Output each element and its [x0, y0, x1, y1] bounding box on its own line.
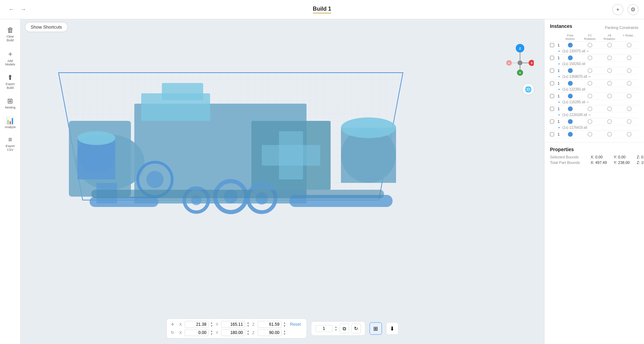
instance-checkbox-1368070[interactable] — [550, 81, 554, 85]
instance-checkbox-158250[interactable] — [550, 69, 554, 73]
instance-checkbox-1176419[interactable] — [550, 132, 554, 136]
settings-button[interactable]: ⚙ — [627, 4, 638, 15]
z-rotation-spinner[interactable]: ▲▼ — [283, 330, 286, 336]
radio-option-2[interactable] — [607, 119, 612, 124]
z-position-input[interactable] — [258, 321, 282, 328]
instance-sub-1505026: 🔹(1x) 130075.stl✏ — [550, 49, 638, 54]
sidebar-item-add-models[interactable]: ＋ Add Models — [1, 46, 19, 70]
svg-text:X: X — [508, 62, 510, 65]
back-button[interactable]: ← — [6, 4, 17, 14]
add-button[interactable]: + — [612, 4, 623, 15]
radio-option-1[interactable] — [588, 119, 592, 124]
globe-button[interactable]: 🌐 — [522, 83, 534, 95]
count-input[interactable] — [315, 325, 333, 332]
packing-col-headers: FreeMotion XYRotation AllRotation + Rota… — [550, 33, 638, 42]
instance-sub-text: (1x) 130075.stl — [562, 49, 585, 53]
y-position-spinner[interactable]: ▲▼ — [247, 321, 249, 327]
radio-option-2[interactable] — [607, 132, 612, 137]
sidebar-label-clear-build: Clear Build — [3, 35, 18, 42]
total-bounds-label: Total Part Bounds — [550, 160, 588, 165]
radio-option-3[interactable] — [627, 106, 632, 111]
radio-option-0[interactable] — [568, 132, 573, 137]
copy-button[interactable]: ⧉ — [340, 324, 349, 333]
radio-option-1[interactable] — [588, 68, 592, 73]
sidebar-item-clear-build[interactable]: 🗑 Clear Build — [1, 23, 19, 45]
radio-option-3[interactable] — [627, 81, 632, 86]
instance-row: 1368070.stl_0 — [550, 80, 638, 87]
z-position-label: Z — [252, 322, 256, 326]
radio-option-0[interactable] — [568, 55, 573, 60]
radio-option-2[interactable] — [607, 81, 612, 86]
count-spinner[interactable]: ▲▼ — [335, 325, 337, 332]
instance-checkbox-116295[interactable] — [550, 107, 554, 111]
radio-option-2[interactable] — [607, 43, 612, 48]
instance-name-116295: 116295.stl_0 — [558, 107, 560, 111]
svg-rect-9 — [162, 83, 203, 100]
svg-text:Y: Y — [519, 71, 521, 75]
radio-option-1[interactable] — [588, 43, 592, 48]
radio-option-2[interactable] — [607, 68, 612, 73]
reset-button[interactable]: Reset — [289, 321, 302, 327]
instances-section: Instances Packing Constraints FreeMotion… — [544, 19, 644, 143]
grid-view-button[interactable]: ⊞ — [370, 322, 382, 335]
header: ← → Build 1 + ⚙ — [0, 0, 644, 19]
radio-option-1[interactable] — [588, 106, 592, 111]
radio-option-1[interactable] — [588, 132, 592, 137]
radio-option-1[interactable] — [588, 94, 592, 98]
instance-row: 1505026.stl_0 — [550, 42, 638, 49]
instance-checkbox-130075[interactable] — [550, 56, 554, 60]
instance-checkbox-1505026[interactable] — [550, 43, 554, 47]
sidebar-label-analyze: Analyze — [4, 125, 15, 129]
y-rotation-spinner[interactable]: ▲▼ — [247, 330, 249, 336]
sidebar-item-export-build[interactable]: ⬆ Export Build — [1, 71, 19, 93]
radio-option-1[interactable] — [588, 81, 592, 86]
instance-name-158250: 158250.stl_0 — [558, 69, 560, 73]
radio-option-2[interactable] — [607, 55, 612, 60]
sidebar-item-nesting[interactable]: ⊞ Nesting — [1, 94, 19, 112]
radio-option-3[interactable] — [627, 132, 632, 137]
radio-option-2[interactable] — [607, 106, 612, 111]
instance-sub-text: (1x) 158250.stl — [562, 62, 585, 66]
y-rotation-label: Y — [216, 331, 220, 335]
edit-icon[interactable]: ✏ — [589, 75, 591, 79]
z-rotation-input[interactable] — [258, 329, 282, 336]
radio-option-0[interactable] — [568, 119, 573, 124]
radio-option-3[interactable] — [627, 94, 632, 98]
radio-option-3[interactable] — [627, 119, 632, 124]
viewport-3d[interactable]: Z X X Y — [21, 35, 544, 316]
sidebar-item-export-csv[interactable]: ≡ Export CSV — [1, 133, 19, 155]
selected-bounds-y: Y: 0.00 — [614, 155, 633, 159]
edit-icon[interactable]: ✏ — [586, 50, 589, 53]
radio-option-3[interactable] — [627, 68, 632, 73]
sidebar-label-nesting: Nesting — [5, 106, 15, 110]
radio-option-1[interactable] — [588, 55, 592, 60]
edit-icon[interactable]: ✏ — [586, 101, 589, 104]
x-rotation-input[interactable] — [185, 329, 209, 336]
download-view-button[interactable]: ⬇ — [386, 322, 398, 335]
y-rotation-input[interactable] — [221, 329, 245, 336]
plus-icon: ＋ — [7, 49, 14, 59]
radio-option-0[interactable] — [568, 43, 573, 48]
distribute-button[interactable]: ↻ — [351, 324, 361, 333]
forward-button[interactable]: → — [17, 4, 29, 14]
x-rotation-spinner[interactable]: ▲▼ — [210, 330, 213, 336]
x-position-spinner[interactable]: ▲▼ — [210, 321, 213, 327]
radio-option-0[interactable] — [568, 94, 573, 98]
edit-icon[interactable]: ✏ — [589, 113, 591, 117]
radio-option-3[interactable] — [627, 55, 632, 60]
instance-checkbox-122350[interactable] — [550, 94, 554, 98]
radio-option-0[interactable] — [568, 68, 573, 73]
x-rotation-field: X ▲▼ — [179, 329, 213, 336]
radio-option-0[interactable] — [568, 81, 573, 86]
count-group: ▲▼ ⧉ ↻ — [311, 321, 365, 336]
radio-option-3[interactable] — [627, 43, 632, 48]
sidebar-item-analyze[interactable]: 📊 Analyze — [1, 114, 19, 132]
instance-row: 1228189.stl_0 — [550, 118, 638, 125]
radio-option-0[interactable] — [568, 106, 573, 111]
instance-checkbox-1228189[interactable] — [550, 119, 554, 124]
x-position-input[interactable] — [185, 321, 209, 328]
y-position-input[interactable] — [221, 321, 245, 328]
show-shortcuts-button[interactable]: Show Shortcuts — [25, 22, 68, 32]
z-position-spinner[interactable]: ▲▼ — [283, 321, 286, 327]
radio-option-2[interactable] — [607, 94, 612, 98]
